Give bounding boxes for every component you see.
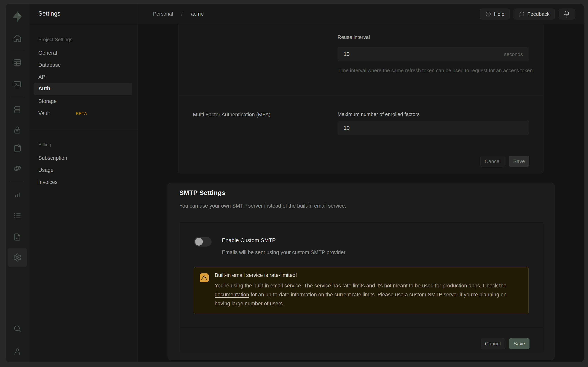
mfa-max-factors-input[interactable]: 10	[338, 121, 529, 135]
storage-icon[interactable]	[13, 143, 22, 152]
warning-body-pre: You're using the built-in email service.…	[215, 283, 507, 289]
sidenav-title: Settings	[38, 10, 60, 17]
enable-custom-smtp-label: Enable Custom SMTP	[222, 237, 276, 243]
auth-tokens-card: Reuse interval 10 seconds Time interval …	[178, 24, 543, 173]
rate-limit-warning: Built-in email service is rate-limited! …	[194, 267, 529, 314]
settings-gear-icon[interactable]	[13, 253, 22, 262]
table-editor-icon[interactable]	[13, 58, 22, 67]
warning-body-post: for an up-to-date information on the cur…	[215, 292, 507, 307]
edge-functions-icon[interactable]	[13, 164, 22, 173]
sidenav-header: Settings	[29, 4, 138, 24]
rail-divider	[10, 50, 24, 50]
settings-rail-active[interactable]	[8, 248, 27, 267]
card-divider	[178, 96, 543, 96]
sidebar-item-database[interactable]: Database	[38, 62, 61, 68]
sidebar-item-auth[interactable]: Auth	[38, 86, 50, 92]
search-icon[interactable]	[13, 324, 22, 333]
enable-custom-smtp-toggle[interactable]	[194, 237, 211, 247]
topbar-actions: Help Feedback	[480, 8, 575, 19]
documentation-link[interactable]: documentation	[215, 292, 249, 298]
breadcrumb-separator: /	[181, 11, 183, 17]
section-label-project-settings: Project Settings	[38, 37, 72, 42]
main-content: Reuse interval 10 seconds Time interval …	[138, 24, 584, 362]
sidebar-item-invoices[interactable]: Invoices	[38, 179, 57, 185]
docs-icon[interactable]	[13, 233, 22, 242]
smtp-save-button[interactable]: Save	[509, 338, 530, 349]
warning-body: You're using the built-in email service.…	[215, 281, 522, 308]
rail-divider	[10, 181, 24, 181]
section-label-billing: Billing	[38, 142, 51, 148]
breadcrumb-org[interactable]: Personal	[153, 11, 173, 17]
breadcrumb-project[interactable]: acme	[191, 11, 204, 17]
sidenav-divider	[29, 129, 138, 129]
sidebar-item-vault-label: Vault	[38, 110, 50, 116]
mfa-field-label: Maximum number of enrolled factors	[338, 111, 420, 117]
reuse-interval-description: Time interval where the same refresh tok…	[338, 66, 538, 75]
reuse-interval-input[interactable]: 10 seconds	[338, 47, 529, 61]
database-icon[interactable]	[13, 105, 22, 114]
sql-editor-icon[interactable]	[13, 80, 22, 89]
sidebar-item-api[interactable]: API	[38, 74, 47, 80]
warning-triangle-icon	[200, 273, 209, 282]
sidebar-item-subscription[interactable]: Subscription	[38, 155, 67, 161]
icon-rail	[6, 4, 29, 362]
user-icon[interactable]	[13, 347, 22, 356]
smtp-cancel-button[interactable]: Cancel	[481, 338, 505, 349]
smtp-title: SMTP Settings	[179, 189, 225, 197]
app-window: Settings Project Settings General Databa…	[5, 3, 584, 362]
smtp-settings-panel: SMTP Settings You can use your own SMTP …	[168, 183, 555, 360]
supabase-logo[interactable]	[12, 11, 23, 23]
beta-badge: BETA	[76, 111, 87, 116]
feedback-button[interactable]: Feedback	[514, 8, 555, 19]
sidebar-item-general[interactable]: General	[38, 50, 57, 56]
reports-icon[interactable]	[13, 190, 22, 199]
auth-save-button[interactable]: Save	[509, 156, 529, 167]
settings-sidenav: Settings Project Settings General Databa…	[29, 4, 138, 362]
help-circle-icon	[485, 11, 491, 17]
topbar: Personal / acme Help Feedback	[138, 4, 584, 24]
auth-cancel-button[interactable]: Cancel	[481, 156, 505, 167]
sidebar-item-usage[interactable]: Usage	[38, 167, 54, 173]
notifications-button[interactable]	[559, 8, 575, 19]
help-button[interactable]: Help	[480, 8, 509, 19]
sidebar-item-storage[interactable]: Storage	[38, 98, 57, 104]
notifications-bell-icon	[564, 10, 570, 18]
feedback-bubble-icon	[519, 11, 525, 17]
smtp-subtitle: You can use your own SMTP server instead…	[179, 203, 346, 209]
rail-divider	[10, 97, 24, 97]
reuse-interval-value: 10	[344, 51, 350, 57]
sidebar-item-auth-selected[interactable]: Auth	[34, 83, 132, 95]
toggle-knob	[195, 238, 203, 246]
auth-lock-icon[interactable]	[13, 125, 22, 134]
enable-custom-smtp-description: Emails will be sent using your custom SM…	[222, 250, 346, 256]
sidebar-item-vault[interactable]: Vault BETA	[38, 110, 50, 116]
reuse-interval-suffix: seconds	[504, 51, 523, 58]
smtp-card-footer: Cancel Save	[179, 328, 544, 353]
reuse-interval-label: Reuse interval	[338, 34, 370, 40]
logs-icon[interactable]	[13, 211, 22, 220]
smtp-card: Enable Custom SMTP Emails will be sent u…	[179, 222, 544, 353]
mfa-max-factors-value: 10	[344, 125, 350, 131]
breadcrumb: Personal / acme	[153, 11, 204, 17]
help-button-label: Help	[494, 11, 504, 17]
home-icon[interactable]	[13, 34, 22, 43]
warning-title: Built-in email service is rate-limited!	[215, 272, 297, 278]
mfa-row-label: Multi Factor Authentication (MFA)	[193, 112, 270, 118]
feedback-button-label: Feedback	[527, 11, 549, 17]
